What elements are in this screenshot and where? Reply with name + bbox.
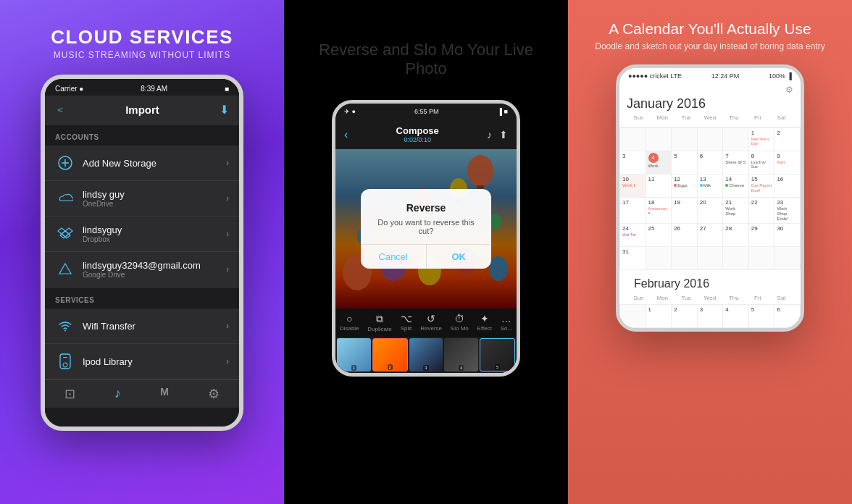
cal-cell-jan21[interactable]: 21Work Shop (723, 198, 749, 224)
gdrive-item[interactable]: lindsyguy32943@gmail.com Google Drive › (45, 252, 239, 287)
cal-cell-feb5[interactable]: 5 (749, 305, 775, 328)
back-arrow-icon[interactable]: ‹ (344, 128, 348, 141)
cal-cell-jan20[interactable]: 20 (698, 198, 724, 224)
cal-cell-feb6[interactable]: 6 (774, 305, 801, 328)
chevron-icon-5: › (226, 321, 229, 331)
cal-cell[interactable] (749, 247, 775, 270)
cal-cell-jan11[interactable]: 11 (646, 175, 672, 198)
bottom-icon-1[interactable]: ⊡ (64, 386, 75, 402)
cal-cell[interactable] (620, 128, 646, 151)
cal-cell-jan29[interactable]: 29 (749, 224, 775, 247)
cal-cell-jan18[interactable]: 18Anniversary ♥ (646, 198, 672, 224)
cal-cell-jan10[interactable]: 10Work k (620, 175, 646, 198)
cal-cell-jan14[interactable]: 14Cheese (723, 175, 749, 198)
cal-battery: 100% ▐ (769, 72, 792, 80)
timeline-thumb-1[interactable]: 1 (337, 338, 371, 371)
cal-cell[interactable] (698, 247, 724, 270)
bottom-icon-3[interactable]: M (160, 386, 169, 402)
cal-cell-jan31[interactable]: 31 (620, 247, 646, 270)
timeline-thumb-4[interactable]: 4 (444, 338, 478, 371)
nav-title-1: Import (125, 104, 159, 116)
add-storage-item[interactable]: Add New Storage › (45, 146, 239, 181)
video-frame: Reverse Do you want to reverse this cut?… (335, 149, 517, 308)
cal-cell-jan2[interactable]: 2 (774, 128, 801, 151)
phone-mockup-3: ●●●●● cricket LTE 12:24 PM 100% ▐ ⚙ Janu… (616, 64, 804, 332)
music-icon[interactable]: ♪ (487, 129, 492, 140)
cal-cell-jan17[interactable]: 17 (620, 198, 646, 224)
cal-cell[interactable] (646, 247, 672, 270)
panel-calendar: A Calendar You'll Actually Use Doodle an… (568, 0, 852, 504)
cal-cell-jan30[interactable]: 30 (774, 224, 801, 247)
dialog-cancel-button[interactable]: Cancel (361, 245, 427, 269)
wifi-transfer-item[interactable]: Wifi Transfer › (45, 308, 239, 344)
timeline-thumb-3[interactable]: 3 (409, 338, 443, 371)
cal-cell-jan1[interactable]: 1New Year's Day! (749, 128, 775, 151)
cal-cell-jan26[interactable]: 26 (672, 224, 698, 247)
cal-cell-jan23[interactable]: 23Work Shop Ends! (774, 198, 801, 224)
cal-cell-jan12[interactable]: 12Eggs (672, 175, 698, 198)
reverse-icon: ↺ (420, 313, 442, 324)
timeline-thumb-2[interactable]: 2 (372, 338, 408, 371)
cal-cell-jan9[interactable]: 9Rain! (774, 151, 801, 175)
cal-cell-jan28[interactable]: 28 (723, 224, 749, 247)
tool-more[interactable]: … So... (501, 313, 512, 332)
cal-cell[interactable] (723, 247, 749, 270)
cal-cell-jan15[interactable]: 15Car Paymt Due! (749, 175, 775, 198)
tool-slomo[interactable]: ⏱ Slo Mo (451, 313, 469, 332)
cal-cell-jan19[interactable]: 19 (672, 198, 698, 224)
cal-cell-jan5[interactable]: 5 (672, 151, 698, 175)
svg-marker-6 (60, 234, 65, 238)
dow-row: Sun Mon Tue Wed Thu Fri Sat (627, 113, 793, 122)
timeline-thumb-5[interactable]: 5 (480, 338, 515, 371)
nav-bar-1: ＜ Import ⬇ (45, 96, 239, 125)
cal-cell-jan6[interactable]: 6 (698, 151, 724, 175)
tool-effect[interactable]: ✦ Effect (477, 313, 492, 332)
cal-cell[interactable] (672, 128, 698, 151)
cal-cell-jan16[interactable]: 16 (774, 175, 801, 198)
time-label: 8:39 AM (141, 85, 167, 93)
cal-cell-jan22[interactable]: 22 (749, 198, 775, 224)
cal-cell[interactable] (774, 247, 801, 270)
bottom-icon-4[interactable]: ⚙ (208, 386, 220, 402)
phone-mockup-2: ✈ ● 6:55 PM ▐ ■ ‹ Compose 0:02/0:10 ♪ ⬆ (332, 100, 520, 377)
cal-cell-jan24[interactable]: 24Visit Tim (620, 224, 646, 247)
cal-header: ⚙ January 2016 Sun Mon Tue Wed Thu Fri S… (619, 82, 801, 127)
cal-cell-feb2[interactable]: 2 (672, 305, 698, 328)
disable-label: Disable (340, 325, 359, 332)
tool-disable[interactable]: ○ Disable (340, 313, 359, 332)
cal-cell-jan25[interactable]: 25 (646, 224, 672, 247)
gear-icon[interactable]: ⚙ (627, 85, 793, 95)
share-icon[interactable]: ⬆ (499, 129, 508, 140)
download-icon: ⬇ (220, 103, 229, 117)
svg-point-9 (64, 330, 66, 332)
cal-cell-jan3[interactable]: 3 (620, 151, 646, 175)
february-section: February 2016 Sun Mon Tue Wed Thu Fri Sa… (619, 270, 801, 304)
cal-cell[interactable] (646, 128, 672, 151)
cal-cell-feb4[interactable]: 4 (723, 305, 749, 328)
cal-cell-feb1[interactable]: 1 (646, 305, 672, 328)
cal-cell-jan4[interactable]: 4Work (646, 151, 672, 175)
cal-cell-jan27[interactable]: 27 (698, 224, 724, 247)
cal-cell[interactable] (620, 305, 646, 328)
january-month-label: January 2016 (627, 96, 793, 112)
bottom-icon-2[interactable]: ♪ (114, 386, 121, 402)
compose-title: Compose (396, 125, 439, 136)
video-status-bar: ✈ ● 6:55 PM ▐ ■ (335, 104, 517, 119)
dialog-overlay: Reverse Do you want to reverse this cut?… (335, 149, 517, 308)
cal-cell-feb3[interactable]: 3 (698, 305, 724, 328)
onedrive-name: lindsy guy (83, 189, 226, 200)
cal-cell[interactable] (672, 247, 698, 270)
dropbox-item[interactable]: lindsyguy Dropbox › (45, 217, 239, 252)
tool-reverse[interactable]: ↺ Reverse (420, 313, 442, 332)
cal-cell[interactable] (698, 128, 724, 151)
dialog-buttons: Cancel OK (361, 244, 491, 269)
tool-split[interactable]: ⌥ Split (401, 313, 412, 332)
tool-duplicate[interactable]: ⧉ Duplicate (367, 313, 391, 332)
cal-cell[interactable] (723, 128, 749, 151)
dialog-ok-button[interactable]: OK (427, 245, 492, 269)
cal-cell-jan8[interactable]: 8Lunch w/ Sue (749, 151, 775, 175)
onedrive-item[interactable]: lindsy guy OneDrive › (45, 181, 239, 217)
cal-cell-jan7[interactable]: 7Steve @ 5 (723, 151, 749, 175)
ipod-item[interactable]: Ipod Library › (45, 344, 239, 379)
cal-cell-jan13[interactable]: 13Milk (698, 175, 724, 198)
